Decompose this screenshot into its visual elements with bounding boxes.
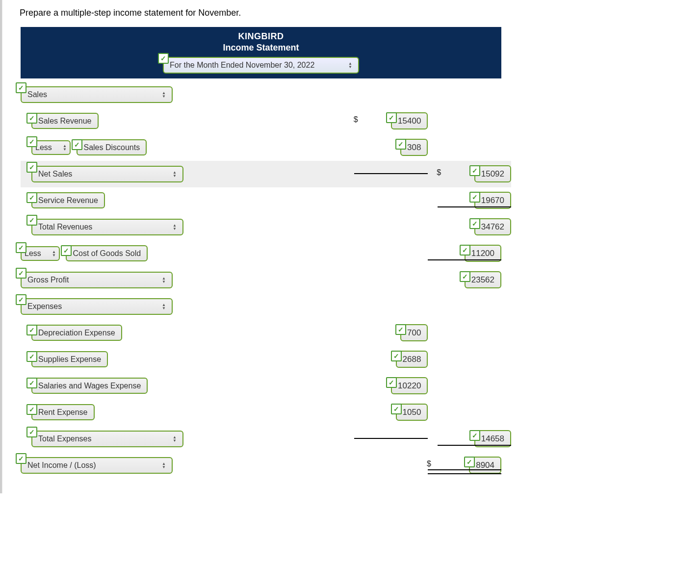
check-icon [469, 430, 480, 441]
sales-label: Sales [27, 90, 47, 99]
net-sales-select[interactable]: Net Sales [31, 166, 183, 182]
spinner-icon [348, 62, 352, 69]
total-expenses-label: Total Expenses [38, 435, 92, 443]
sales-discounts-field[interactable]: Sales Discounts [77, 139, 147, 155]
check-icon [26, 162, 37, 173]
depreciation-field[interactable]: Depreciation Expense [31, 325, 122, 341]
spinner-icon [162, 277, 166, 283]
check-icon [460, 245, 470, 256]
gross-profit-label: Gross Profit [27, 276, 69, 284]
spinner-icon [52, 250, 56, 257]
cogs-field[interactable]: Cost of Goods Sold [66, 245, 148, 261]
check-icon [469, 165, 480, 176]
check-icon [16, 453, 26, 464]
statement-header: KINGBIRD Income Statement [21, 27, 501, 57]
spinner-icon [162, 91, 166, 98]
check-icon [26, 192, 37, 203]
rule-line [438, 206, 511, 207]
rule-line [438, 445, 511, 446]
check-icon [16, 242, 26, 253]
less-select-2[interactable]: Less [21, 246, 60, 261]
expenses-select[interactable]: Expenses [21, 298, 173, 315]
check-icon [16, 268, 26, 279]
check-icon [469, 218, 480, 229]
period-label: For the Month Ended November 30, 2022 [170, 61, 314, 70]
dollar-sign: $ [427, 460, 431, 468]
less-label: Less [25, 249, 41, 258]
spinner-icon [162, 303, 166, 310]
check-icon [391, 404, 402, 414]
check-icon [469, 192, 480, 203]
net-income-select[interactable]: Net Income / (Loss) [21, 457, 173, 474]
check-icon [26, 325, 37, 335]
check-icon [16, 82, 26, 93]
gross-profit-select[interactable]: Gross Profit [21, 272, 173, 288]
supplies-field[interactable]: Supplies Expense [31, 351, 108, 367]
rule-line [354, 438, 428, 439]
spinner-icon [63, 144, 67, 151]
check-icon [395, 139, 406, 150]
salaries-field[interactable]: Salaries and Wages Expense [31, 378, 148, 394]
check-icon [464, 457, 475, 467]
dollar-sign: $ [437, 168, 441, 177]
check-icon [26, 427, 37, 437]
check-icon [61, 245, 72, 256]
double-rule-line [428, 469, 501, 474]
company-name: KINGBIRD [21, 31, 501, 42]
total-expenses-select[interactable]: Total Expenses [31, 431, 183, 447]
check-icon [460, 271, 470, 282]
check-icon [386, 377, 397, 388]
total-revenues-label: Total Revenues [38, 223, 92, 231]
service-revenue-field[interactable]: Service Revenue [31, 192, 105, 208]
check-icon [16, 294, 26, 305]
check-icon [26, 404, 37, 415]
total-revenues-select[interactable]: Total Revenues [31, 219, 183, 235]
check-icon [158, 53, 169, 64]
rent-field[interactable]: Rent Expense [31, 404, 95, 420]
check-icon [26, 136, 37, 147]
statement-body: Sales Sales Revenue $ 15400 [21, 78, 511, 479]
sales-revenue-field[interactable]: Sales Revenue [31, 113, 99, 129]
instruction-text: Prepare a multiple-step income statement… [20, 8, 694, 18]
net-sales-label: Net Sales [38, 170, 72, 179]
less-select-1[interactable]: Less [31, 140, 71, 155]
check-icon [26, 113, 37, 124]
rule-line [428, 259, 501, 260]
spinner-icon [162, 462, 166, 469]
check-icon [26, 215, 37, 226]
check-icon [386, 112, 397, 123]
check-icon [395, 324, 406, 335]
spinner-icon [173, 224, 177, 230]
dollar-sign: $ [354, 115, 358, 124]
rule-line [354, 173, 428, 174]
expenses-label: Expenses [27, 302, 62, 311]
check-icon [26, 378, 37, 388]
period-select[interactable]: For the Month Ended November 30, 2022 [163, 57, 359, 74]
sales-select[interactable]: Sales [21, 86, 173, 103]
spinner-icon [173, 435, 177, 442]
check-icon [72, 139, 82, 150]
net-income-label: Net Income / (Loss) [27, 461, 96, 470]
check-icon [26, 351, 37, 362]
spinner-icon [173, 171, 177, 178]
check-icon [391, 351, 402, 361]
statement-title: Income Statement [21, 42, 501, 53]
less-label: Less [35, 143, 52, 152]
